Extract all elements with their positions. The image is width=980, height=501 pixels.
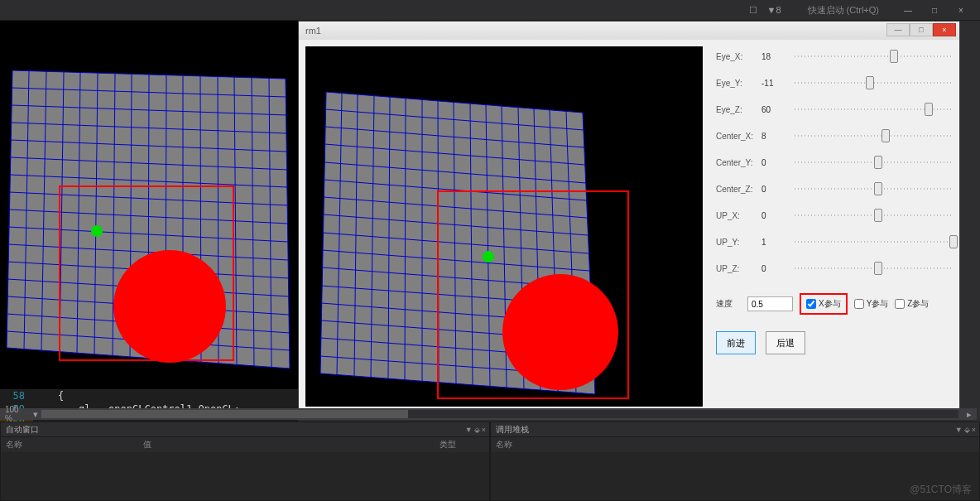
form-close[interactable]: × <box>933 23 956 36</box>
form-title: rm1 <box>305 26 321 36</box>
autos-tab[interactable]: 自动窗口 <box>6 424 39 436</box>
col-name: 名称 <box>491 439 529 450</box>
backward-button[interactable]: 后退 <box>766 331 805 354</box>
callstack-tab[interactable]: 调用堆栈 <box>496 424 529 436</box>
col-name: 名称 <box>1 439 39 450</box>
form-window: rm1 — □ × Eye <box>298 21 960 410</box>
panel-pin-icon[interactable]: ⬙ <box>964 426 970 434</box>
slider-label: Center_Z: <box>716 185 761 194</box>
slider-thumb[interactable] <box>874 262 882 275</box>
slider-value: 0 <box>761 264 786 273</box>
slider-track[interactable] <box>795 156 953 169</box>
slider-label: Center_Y: <box>716 158 761 167</box>
slider-track[interactable] <box>795 76 953 89</box>
slider-value: 60 <box>761 105 786 114</box>
slider-thumb[interactable] <box>925 103 933 116</box>
ide-close[interactable]: × <box>949 2 973 17</box>
flag-icon[interactable]: ▼8 <box>767 5 781 15</box>
notification-icon[interactable]: ☐ <box>749 5 757 16</box>
scroll-thumb[interactable] <box>41 410 408 418</box>
controls-panel: Eye_X:18Eye_Y:-11Eye_Z:60Center_X:8Cente… <box>709 40 959 411</box>
check-z[interactable] <box>895 299 905 309</box>
slider-value: 0 <box>761 211 786 220</box>
form-maximize[interactable]: □ <box>910 23 933 36</box>
bottom-panels: 自动窗口 ▼⬙× 名称 值 类型 调用堆栈 ▼⬙× 名称 <box>0 422 980 501</box>
slider-label: UP_Y: <box>716 238 761 247</box>
slider-label: Eye_X: <box>716 52 761 61</box>
panel-close-icon[interactable]: × <box>482 426 486 434</box>
svg-point-75 <box>483 251 494 263</box>
slider-value: 1 <box>761 238 786 247</box>
slider-track[interactable] <box>795 262 953 275</box>
speed-input[interactable] <box>747 296 793 311</box>
slider-label: Eye_Z: <box>716 105 761 114</box>
slider-track[interactable] <box>795 182 953 195</box>
slider-value: 0 <box>761 158 786 167</box>
ide-minimize[interactable]: — <box>896 2 920 17</box>
panel-dropdown-icon[interactable]: ▼ <box>955 426 963 434</box>
speed-label: 速度 <box>716 298 741 310</box>
slider-label: UP_Z: <box>716 264 761 273</box>
slider-track[interactable] <box>795 50 953 63</box>
opengl-view-left <box>0 21 298 389</box>
check-x[interactable] <box>806 299 816 309</box>
check-y[interactable] <box>854 299 864 309</box>
zoom-level[interactable]: 100 % <box>0 405 33 423</box>
col-value: 值 <box>138 439 168 450</box>
slider-value: 0 <box>761 185 786 194</box>
slider-label: Eye_Y: <box>716 79 761 88</box>
svg-point-74 <box>502 274 618 390</box>
slider-thumb[interactable] <box>949 235 958 248</box>
callstack-panel: 调用堆栈 ▼⬙× 名称 <box>490 422 980 501</box>
slider-thumb[interactable] <box>890 50 898 63</box>
autos-panel: 自动窗口 ▼⬙× 名称 值 类型 <box>0 422 490 501</box>
panel-pin-icon[interactable]: ⬙ <box>474 426 480 434</box>
scene-right <box>305 46 703 407</box>
opengl-view-right <box>305 46 703 407</box>
panel-dropdown-icon[interactable]: ▼ <box>465 426 473 434</box>
ide-maximize[interactable]: □ <box>922 2 947 17</box>
slider-thumb[interactable] <box>874 182 882 195</box>
forward-button[interactable]: 前进 <box>716 331 756 354</box>
slider-label: Center_X: <box>716 132 761 141</box>
slider-thumb[interactable] <box>866 76 874 89</box>
form-minimize[interactable]: — <box>886 23 910 36</box>
slider-thumb[interactable] <box>874 156 882 169</box>
form-titlebar[interactable]: rm1 — □ × <box>299 22 959 40</box>
watermark: @51CTO博客 <box>910 483 972 497</box>
col-type: 类型 <box>435 439 489 450</box>
slider-value: -11 <box>761 79 786 88</box>
panel-close-icon[interactable]: × <box>972 426 976 434</box>
slider-thumb[interactable] <box>882 129 890 142</box>
slider-value: 8 <box>761 132 786 141</box>
slider-label: UP_X: <box>716 211 761 220</box>
slider-value: 18 <box>761 52 786 61</box>
quick-launch[interactable]: 快速启动 (Ctrl+Q) <box>808 4 879 17</box>
slider-track[interactable] <box>795 209 953 222</box>
scroll-track[interactable] <box>41 410 958 418</box>
slider-track[interactable] <box>795 235 953 248</box>
svg-point-36 <box>113 250 226 363</box>
scene-left <box>0 21 298 389</box>
ide-titlebar: ☐ ▼8 快速启动 (Ctrl+Q) — □ × <box>0 0 980 21</box>
editor-scrollbar: 100 % ▾ ▸ <box>0 408 977 420</box>
slider-track[interactable] <box>795 129 953 142</box>
svg-point-37 <box>91 225 103 237</box>
slider-thumb[interactable] <box>874 209 882 222</box>
slider-track[interactable] <box>795 103 953 116</box>
